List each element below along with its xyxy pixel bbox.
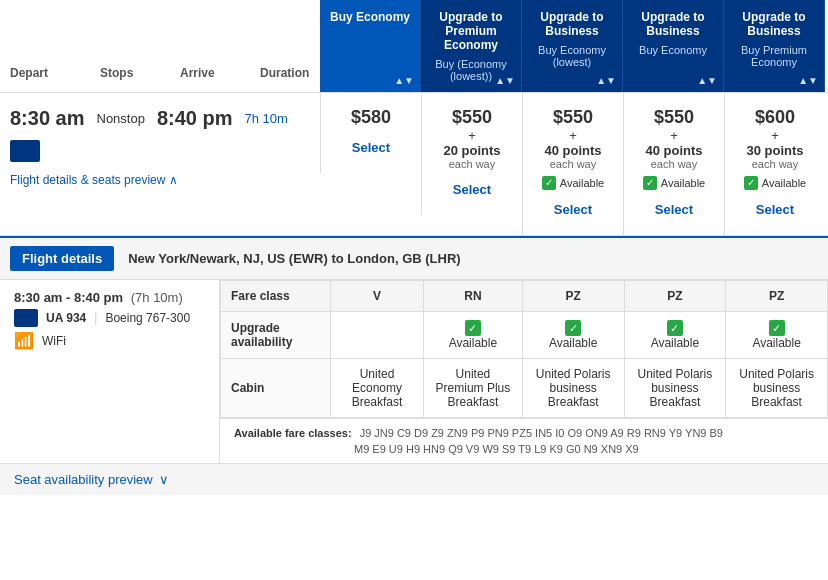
aircraft-type: Boeing 767-300 [105,311,190,325]
flight-info-row: 8:30 am Nonstop 8:40 pm 7h 10m Flight de… [0,93,828,236]
avail-label-rn: Available [449,336,497,350]
avail-text-4: Available [762,177,806,189]
details-table: Fare class V RN PZ PZ PZ Upgrade availab… [220,280,828,418]
upgrade-avail-pz2: ✓ Available [624,312,726,359]
check-green-pz1: ✓ [565,320,581,336]
cabin-v: United Economy Breakfast [331,359,424,418]
col-header-upgrade-biz-3: Upgrade to Business Buy Premium Economy … [724,0,825,92]
stops-col-label: Stops [100,66,180,80]
depart-time: 8:30 am [10,107,85,130]
fare-class-pz1: PZ [522,281,624,312]
select-button-2[interactable]: Select [546,198,600,221]
sort-arrow-5[interactable]: ▲▼ [798,75,818,86]
col-header-buy-economy: Buy Economy ▲▼ [320,0,421,92]
price-main-4: $600 [733,107,817,128]
price-points-3: 40 points [632,143,716,158]
avail-label-pz3: Available [752,336,800,350]
fare-class-v: V [331,281,424,312]
price-cell-0: $580 Select [320,93,421,173]
check-green-pz2: ✓ [667,320,683,336]
avail-row-2: ✓ Available [531,176,615,190]
details-grid: Fare class V RN PZ PZ PZ Upgrade availab… [220,280,828,463]
fare-class-pz2: PZ [624,281,726,312]
upgrade-avail-pz3: ✓ Available [726,312,828,359]
fare-class-rn: RN [424,281,523,312]
ua-logo [14,309,38,327]
price-main-3: $550 [632,107,716,128]
price-cell-1: $550 + 20 points each way Select [421,93,522,215]
fare-class-pz3: PZ [726,281,828,312]
flight-time-range: 8:30 am - 8:40 pm (7h 10m) [14,290,205,305]
price-main-2: $550 [531,107,615,128]
arrive-col-label: Arrive [180,66,260,80]
price-each-3: each way [632,158,716,170]
check-green-rn: ✓ [465,320,481,336]
details-tab[interactable]: Flight details [10,246,114,271]
flight-details-link[interactable]: Flight details & seats preview ∧ [10,173,310,187]
cabin-pz2: United Polaris business Breakfast [624,359,726,418]
wifi-icon: 📶 [14,331,34,350]
sort-arrow-4[interactable]: ▲▼ [697,75,717,86]
cabin-rn: United Premium Plus Breakfast [424,359,523,418]
arrive-time: 8:40 pm [157,107,233,130]
flight-times: 8:30 am Nonstop 8:40 pm 7h 10m [10,107,310,130]
select-button-0[interactable]: Select [344,136,398,159]
col-header-upgrade-biz-2: Upgrade to Business Buy Economy ▲▼ [623,0,724,92]
price-cell-2: $550 + 40 points each way ✓ Available Se… [522,93,623,235]
sort-arrow-3[interactable]: ▲▼ [596,75,616,86]
cabin-pz3: United Polaris business Breakfast [726,359,828,418]
airline-logo [10,140,40,162]
col-header-upgrade-biz-1: Upgrade to Business Buy Economy (lowest)… [522,0,623,92]
price-each-1: each way [430,158,514,170]
price-cell-3: $550 + 40 points each way ✓ Available Se… [623,93,724,235]
duration-value: 7h 10m [245,111,288,126]
upgrade-avail-rn: ✓ Available [424,312,523,359]
price-points-1: 20 points [430,143,514,158]
depart-col-label: Depart [10,66,100,80]
flight-meta: 8:30 am Nonstop 8:40 pm 7h 10m Flight de… [0,93,320,201]
avail-fare-label: Available fare classes: [234,427,352,439]
price-each-4: each way [733,158,817,170]
avail-text-3: Available [661,177,705,189]
check-icon-3: ✓ [643,176,657,190]
avail-row-3: ✓ Available [632,176,716,190]
sort-arrow-2[interactable]: ▲▼ [495,75,515,86]
wifi-row: 📶 WiFi [14,331,205,350]
fare-class-label: Fare class [221,281,331,312]
flight-id: UA 934 [46,311,86,325]
wifi-label: WiFi [42,334,66,348]
select-button-1[interactable]: Select [445,178,499,201]
price-cell-4: $600 + 30 points each way ✓ Available Se… [724,93,825,235]
price-plus-4: + [733,128,817,143]
seat-preview-bar[interactable]: Seat availability preview ∨ [0,463,828,495]
details-route: New York/Newark, NJ, US (EWR) to London,… [128,251,460,266]
sort-arrow-1[interactable]: ▲▼ [394,75,414,86]
upgrade-avail-row: Upgrade availability ✓ Available ✓ Avail… [221,312,828,359]
upgrade-avail-label: Upgrade availability [221,312,331,359]
select-button-4[interactable]: Select [748,198,802,221]
upgrade-avail-pz1: ✓ Available [522,312,624,359]
price-main-0: $580 [329,107,413,128]
price-main-1: $550 [430,107,514,128]
price-plus-1: + [430,128,514,143]
price-plus-2: + [531,128,615,143]
seat-preview-label: Seat availability preview [14,472,153,487]
flight-id-row: UA 934 | Boeing 767-300 [14,309,205,327]
upgrade-avail-v [331,312,424,359]
cabin-pz1: United Polaris business Breakfast [522,359,624,418]
details-header: Flight details New York/Newark, NJ, US (… [0,238,828,280]
column-headers: Depart Stops Arrive Duration Buy Economy… [0,0,828,93]
check-green-pz3: ✓ [769,320,785,336]
select-button-3[interactable]: Select [647,198,701,221]
avail-label-pz2: Available [651,336,699,350]
price-plus-3: + [632,128,716,143]
flight-left-panel: 8:30 am - 8:40 pm (7h 10m) UA 934 | Boei… [0,280,220,463]
duration-col-label: Duration [260,66,310,80]
check-icon-2: ✓ [542,176,556,190]
chevron-down-icon: ∨ [159,472,169,487]
col-header-upgrade-premium: Upgrade to Premium Economy Buy (Economy … [421,0,522,92]
price-each-2: each way [531,158,615,170]
check-icon-4: ✓ [744,176,758,190]
price-points-2: 40 points [531,143,615,158]
chevron-up-icon: ∧ [169,173,178,187]
